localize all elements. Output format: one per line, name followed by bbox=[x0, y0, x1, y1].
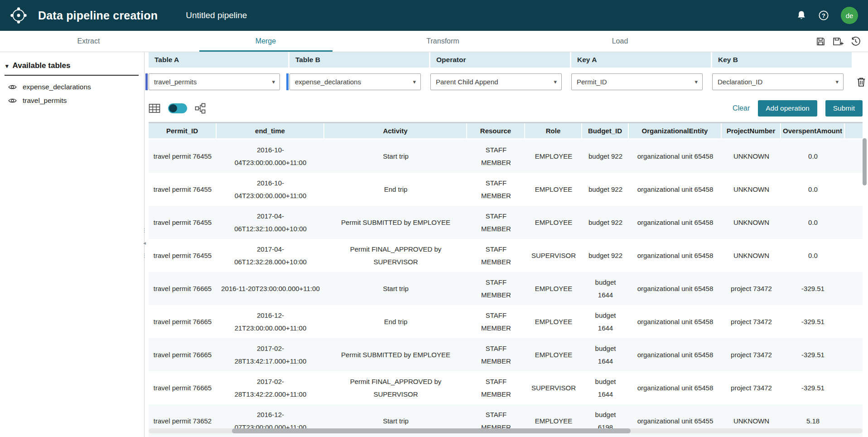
key-a-select[interactable]: Permit_ID ▾ bbox=[571, 73, 703, 90]
tab-merge[interactable]: Merge bbox=[177, 31, 354, 52]
notifications-bell-icon[interactable] bbox=[796, 10, 806, 21]
resize-dots-icon: ⋮ bbox=[142, 227, 147, 233]
preview-table-cell: Permit SUBMITTED by EMPLOYEE bbox=[324, 338, 467, 371]
preview-table-cell: EMPLOYEE bbox=[525, 140, 582, 173]
preview-column-header: OrganizationalEntity bbox=[629, 123, 722, 140]
merge-config-headers: Table A Table B Operator Key A Key B bbox=[149, 52, 868, 68]
preview-table-cell: travel permit 76455 bbox=[149, 239, 217, 272]
tab-transform[interactable]: Transform bbox=[354, 31, 531, 52]
preview-table-cell: STAFF MEMBER bbox=[467, 239, 525, 272]
table-a-select[interactable]: travel_permits ▾ bbox=[149, 73, 280, 90]
topbar-actions: ? de bbox=[796, 7, 858, 24]
preview-table-cell: organizational unit 65458 bbox=[629, 272, 722, 305]
preview-table-row: travel permit 764552016-10-04T23:00:00.0… bbox=[149, 140, 863, 173]
preview-table-cell: -329.51 bbox=[781, 338, 845, 371]
operator-value: Parent Child Append bbox=[436, 78, 498, 86]
preview-table-cell: EMPLOYEE bbox=[525, 173, 582, 206]
add-operation-button[interactable]: Add operation bbox=[758, 100, 817, 117]
tab-load[interactable]: Load bbox=[531, 31, 709, 52]
chevron-down-icon: ▾ bbox=[694, 78, 698, 85]
preview-column-header: OverspentAmount bbox=[781, 123, 845, 140]
preview-table-cell: 2016-10-04T23:00:00.000+11:00 bbox=[217, 140, 324, 173]
resize-dots-icon: ⋮ bbox=[142, 252, 147, 259]
pipeline-stage-tabs: Extract Merge Transform Load bbox=[0, 31, 709, 52]
app-logo-icon[interactable] bbox=[9, 6, 28, 25]
preview-table-cell: Permit SUBMITTED by EMPLOYEE bbox=[324, 206, 467, 239]
delete-operation-button[interactable] bbox=[856, 77, 866, 87]
preview-table-cell: Start trip bbox=[324, 272, 467, 305]
preview-toggle[interactable] bbox=[168, 103, 187, 113]
help-icon[interactable]: ? bbox=[818, 10, 829, 21]
preview-table-cell: travel permit 76455 bbox=[149, 140, 217, 173]
save-as-icon[interactable] bbox=[832, 37, 844, 46]
available-tables-list: expense_declarations travel_permits bbox=[5, 76, 144, 107]
eye-icon[interactable] bbox=[8, 97, 17, 104]
vertical-scrollbar-thumb[interactable] bbox=[863, 138, 867, 185]
preview-table-cell: organizational unit 65458 bbox=[629, 239, 722, 272]
sidebar-resize-handle[interactable]: ⋮ ◂ ⋮ bbox=[141, 227, 148, 259]
preview-table-cell: organizational unit 65458 bbox=[629, 173, 722, 206]
submit-button[interactable]: Submit bbox=[825, 100, 863, 117]
preview-column-header: Resource bbox=[467, 123, 525, 140]
preview-table-cell: project 73472 bbox=[722, 371, 781, 404]
table-b-select[interactable]: expense_declarations ▾ bbox=[289, 73, 421, 90]
table-view-icon[interactable] bbox=[149, 103, 160, 113]
preview-table-cell: budget 1644 bbox=[582, 272, 629, 305]
preview-table-cell: project 73472 bbox=[722, 338, 781, 371]
preview-table-cell: STAFF MEMBER bbox=[467, 173, 525, 206]
save-icon[interactable] bbox=[816, 37, 825, 46]
preview-table-cell: SUPERVISOR bbox=[525, 371, 582, 404]
key-b-select[interactable]: Declaration_ID ▾ bbox=[712, 73, 844, 90]
operator-select[interactable]: Parent Child Append ▾ bbox=[430, 73, 562, 90]
preview-table-cell bbox=[845, 371, 863, 404]
collapse-arrow-icon: ◂ bbox=[143, 240, 146, 246]
clear-link[interactable]: Clear bbox=[733, 104, 750, 112]
preview-table-cell: STAFF MEMBER bbox=[467, 305, 525, 338]
column-header-operator: Operator bbox=[430, 52, 570, 68]
preview-table-row: travel permit 764552017-04-06T12:32:10.0… bbox=[149, 206, 863, 239]
flow-view-icon[interactable] bbox=[195, 103, 206, 114]
user-avatar[interactable]: de bbox=[841, 7, 858, 24]
chevron-down-icon: ▾ bbox=[413, 78, 416, 85]
sidebar-title: Available tables bbox=[13, 61, 71, 70]
preview-table-cell: project 73472 bbox=[722, 305, 781, 338]
preview-table-cell: 0.0 bbox=[781, 206, 845, 239]
app-title: Data pipeline creation bbox=[38, 9, 158, 22]
preview-table-cell: budget 922 bbox=[582, 206, 629, 239]
preview-table-cell: 2017-02-28T13:42:17.000+11:00 bbox=[217, 338, 324, 371]
preview-table-cell: budget 922 bbox=[582, 140, 629, 173]
tab-extract[interactable]: Extract bbox=[0, 31, 177, 52]
preview-table-cell: UNKNOWN bbox=[722, 140, 781, 173]
preview-table-cell: EMPLOYEE bbox=[525, 305, 582, 338]
sidebar-table-item[interactable]: travel_permits bbox=[5, 94, 144, 107]
preview-table-cell bbox=[845, 206, 863, 239]
horizontal-scrollbar-thumb[interactable] bbox=[232, 428, 631, 433]
preview-table-cell: 2016-10-04T23:00:00.000+11:00 bbox=[217, 173, 324, 206]
preview-header-row: Permit_IDend_timeActivityResourceRoleBud… bbox=[149, 123, 863, 140]
horizontal-scrollbar[interactable] bbox=[149, 428, 863, 433]
pipeline-name[interactable]: Untitled pipeline bbox=[186, 10, 247, 20]
preview-toolbar: Clear Add operation Submit bbox=[149, 100, 868, 117]
preview-column-header: Permit_ID bbox=[149, 123, 217, 140]
key-b-value: Declaration_ID bbox=[718, 78, 762, 86]
sidebar-table-item[interactable]: expense_declarations bbox=[5, 80, 144, 94]
collapse-caret-icon[interactable]: ▾ bbox=[5, 63, 9, 69]
chevron-down-icon: ▾ bbox=[554, 78, 557, 85]
preview-table-row: travel permit 764552017-04-06T12:32:28.0… bbox=[149, 239, 863, 272]
history-icon[interactable] bbox=[850, 36, 861, 47]
table-b-value: expense_declarations bbox=[295, 78, 361, 86]
preview-table-cell: UNKNOWN bbox=[722, 173, 781, 206]
merge-preview-table: Permit_IDend_timeActivityResourceRoleBud… bbox=[149, 123, 863, 437]
preview-table-cell: budget 922 bbox=[582, 173, 629, 206]
preview-table-row: travel permit 766652016-11-20T23:00:00.0… bbox=[149, 272, 863, 305]
column-header-table-b: Table B bbox=[289, 52, 429, 68]
preview-table-cell: EMPLOYEE bbox=[525, 206, 582, 239]
preview-table-cell: End trip bbox=[324, 305, 467, 338]
eye-icon[interactable] bbox=[8, 84, 17, 90]
toggle-knob bbox=[169, 104, 177, 112]
column-header-key-a: Key A bbox=[571, 52, 711, 68]
preview-table-row: travel permit 766652017-02-28T13:42:22.0… bbox=[149, 371, 863, 404]
available-tables-sidebar: ▾ Available tables expense_declarations … bbox=[0, 52, 145, 437]
table-name: expense_declarations bbox=[23, 83, 91, 91]
merge-config-row: travel_permits ▾ expense_declarations ▾ … bbox=[149, 73, 868, 90]
